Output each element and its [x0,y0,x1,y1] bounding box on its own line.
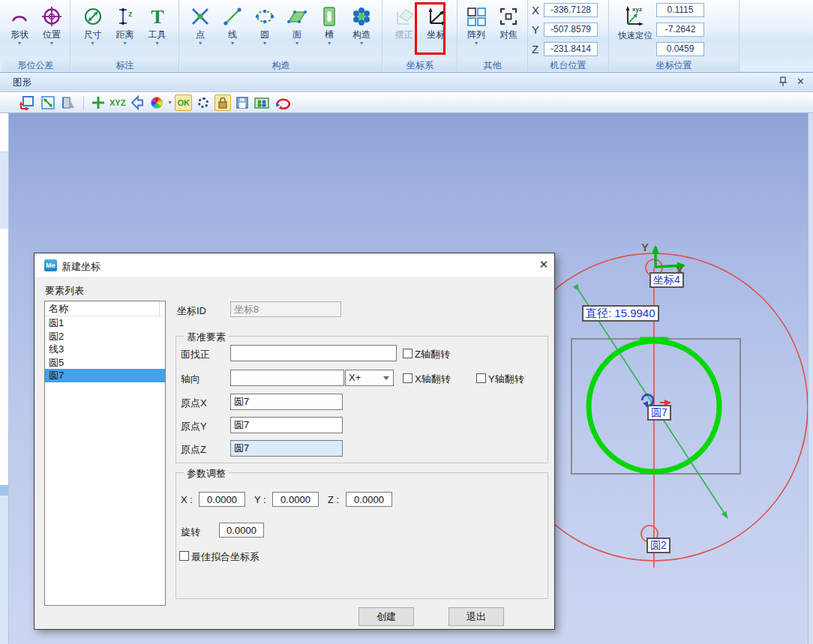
focus-button[interactable]: 对焦 [493,1,525,58]
param-x-input[interactable] [199,492,245,507]
focus-frame-icon [497,4,520,29]
param-z-input[interactable] [346,492,392,507]
construct-button[interactable]: 构造 ▾ [346,1,378,58]
origin-z-input[interactable] [230,440,343,457]
axis-dir-label: 轴向 [181,373,200,386]
close-icon[interactable]: ✕ [796,76,808,88]
list-item[interactable]: 圆5 [45,356,165,370]
mirror-view-icon[interactable] [60,94,76,111]
x-flip-label[interactable]: X轴翻转 [415,373,451,386]
quick-position-label[interactable]: 快速定位 [612,30,658,41]
list-item[interactable]: 圆1 [45,316,165,330]
rotate-view-icon[interactable] [274,94,292,111]
button-label: 线 [228,29,237,40]
position-target-icon [40,4,63,29]
origin-y-input[interactable] [230,417,343,433]
distance-button[interactable]: z 距离 ▾ [109,1,141,58]
circle2-tag[interactable]: 圆2 [646,538,670,553]
list-item[interactable]: 圆2 [45,330,165,343]
group-label: 形位公差 [2,59,70,71]
dialog-title: 新建坐标 [62,260,100,274]
line-button[interactable]: 线 ▾ [217,1,249,58]
zoom-window-icon[interactable] [20,94,36,111]
app-icon: Me [44,259,57,271]
bestfit-checkbox[interactable] [179,551,189,561]
list-item[interactable]: 线3 [45,343,165,356]
exit-button[interactable]: 退出 [448,607,504,626]
create-button[interactable]: 创建 [358,607,414,626]
ribbon-group-annotation: 尺寸 ▾ z 距离 ▾ T 工具 ▾ 标注 [71,0,179,72]
element-list[interactable]: 名称 圆1 圆2 线3 圆5 圆7 [44,301,166,606]
coordinate-button[interactable]: 坐标 [420,1,452,58]
slot-button[interactable]: 槽 ▾ [314,1,346,58]
xyz-display-toggle[interactable]: XYZ [110,94,125,111]
fit-view-icon[interactable] [40,94,56,111]
y-flip-checkbox[interactable] [476,373,486,383]
circle7-tag[interactable]: 圆7 [647,405,671,421]
ribbon-group-form-tolerance: 形状 ▾ 位置 ▾ 形位公差 [2,0,70,72]
axis-direction-value: X+ [349,372,361,383]
group-label: 其他 [458,59,527,71]
position-button[interactable]: 位置 ▾ [36,1,68,58]
select-arrow-icon[interactable] [129,94,146,111]
render-mode-icon[interactable] [254,94,270,111]
param-y-input[interactable] [272,492,319,507]
button-label: 槽 [325,29,334,40]
circle-button[interactable]: 圆 ▾ [249,1,281,58]
pin-icon[interactable] [778,76,789,88]
axis-direction-select[interactable]: X+ [345,370,394,386]
face-align-label: 面找正 [181,348,210,361]
button-label: 构造 [352,29,370,40]
point-button[interactable]: 点 ▾ [184,1,217,58]
z-flip-checkbox[interactable] [403,349,412,358]
coord-id-input[interactable] [230,301,341,317]
param-x-label: X : [181,494,193,505]
diameter-tag[interactable]: 直径: 15.9940 [582,305,659,322]
construct-cluster-icon [350,4,373,29]
dimension-button[interactable]: 尺寸 ▾ [76,1,109,58]
axis-label: Z [532,43,544,55]
plane-button[interactable]: 面 ▾ [281,1,314,58]
origin-x-input[interactable] [230,394,343,410]
rotate-input[interactable] [219,523,264,538]
lock-view-toggle[interactable] [214,94,231,111]
column-separator [159,301,160,316]
param-group-label: 参数调整 [184,467,229,481]
graphics-toolbar: XYZ ▾ OK [0,92,813,113]
dialog-titlebar[interactable]: Me 新建坐标 ✕ [34,253,554,277]
circle-display-icon[interactable] [196,94,211,111]
bestfit-label[interactable]: 最佳拟合坐标系 [191,550,260,564]
viewport-right-edge [808,113,813,644]
list-item-selected[interactable]: 圆7 [45,369,165,382]
chevron-down-icon: ▾ [18,40,21,46]
toolbar-separator [83,96,84,109]
add-point-icon[interactable] [91,94,106,111]
axis-input[interactable] [230,370,344,386]
plane-icon [286,4,308,29]
align-button[interactable]: 摆正 [388,1,420,58]
close-icon[interactable]: ✕ [536,258,552,273]
color-picker-icon[interactable] [149,94,164,111]
collapsed-side-panel[interactable] [0,113,9,644]
x-flip-checkbox[interactable] [403,373,412,383]
side-strip-segment [0,229,8,485]
chevron-down-icon[interactable]: ▾ [168,99,171,106]
face-align-input[interactable] [230,345,397,361]
ribbon: 形状 ▾ 位置 ▾ 形位公差 尺寸 ▾ z 距离 [0,0,813,73]
quick-position-axes-icon[interactable]: xyz [622,3,648,31]
save-view-icon[interactable] [235,94,250,111]
y-flip-label[interactable]: Y轴翻转 [488,373,524,386]
button-label: 摆正 [395,29,413,40]
graphics-panel-title: 图形 [13,76,32,89]
group-label: 坐标位置 [609,59,739,71]
tool-button[interactable]: T 工具 ▾ [141,1,173,58]
origin-x-label: 原点X [181,397,207,410]
circle-icon [254,4,276,29]
z-flip-label[interactable]: Z轴翻转 [415,348,450,361]
coord4-tag[interactable]: 坐标4 [650,272,684,288]
shape-button[interactable]: 形状 ▾ [4,1,36,58]
ring-icon [198,97,208,108]
array-button[interactable]: 阵列 ▾ [460,1,493,58]
button-label: 点 [196,29,205,40]
confirm-ok-toggle[interactable]: OK [175,94,192,111]
